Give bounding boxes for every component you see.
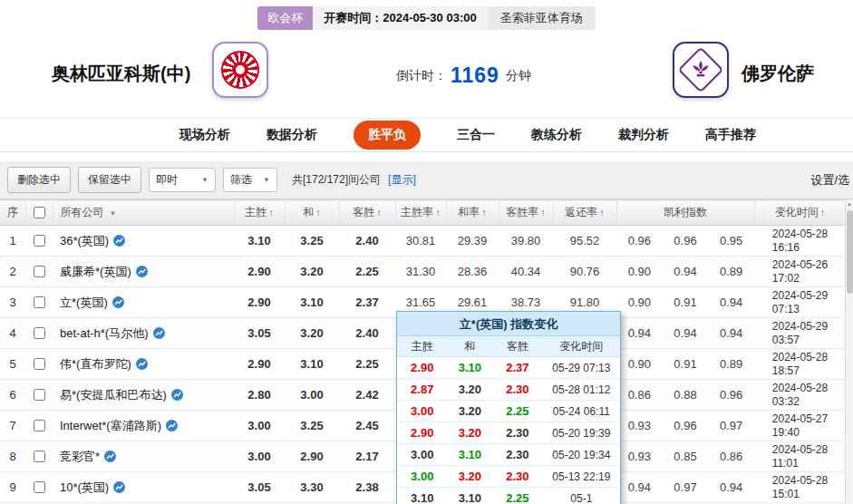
company-filter-arrow-icon[interactable]: ▼ (110, 209, 117, 218)
filter-dropdown[interactable]: 筛选 ▼ (223, 168, 277, 192)
sort-up-icon: ↑ (599, 207, 605, 218)
col-header-draw[interactable]: 和↑ (285, 200, 339, 226)
company-name-link[interactable]: 10*(英国) (60, 480, 109, 494)
delete-selected-button[interactable]: 删除选中 (7, 167, 71, 193)
sort-up-icon: ↑ (315, 207, 321, 218)
popup-draw-odds: 3.10 (448, 488, 493, 504)
away-team-name: 佛罗伦萨 (742, 62, 814, 86)
sort-up-icon: ↑ (435, 207, 441, 218)
col-header-kelly[interactable]: 凯利指数 (616, 200, 754, 226)
popup-change-time: 05-20 19:34 (543, 444, 620, 465)
settings-link[interactable]: 设置/选 (810, 172, 849, 189)
company-name-link[interactable]: 易*(安提瓜和巴布达) (60, 388, 167, 402)
col-header-index[interactable]: 序 (0, 200, 25, 226)
row-index: 3 (0, 287, 25, 318)
tab-win-draw-lose[interactable]: 胜平负 (354, 121, 421, 150)
popup-home-odds: 2.90 (397, 357, 448, 378)
kelly-cell: 0.940.970.94 (616, 472, 754, 503)
col-header-home[interactable]: 主胜↑ (234, 200, 285, 226)
change-time: 2024-05-2803:32 (772, 382, 828, 409)
company-trend-icon[interactable] (113, 481, 125, 493)
kickoff-label: 开赛时间： (324, 11, 383, 24)
row-checkbox[interactable] (34, 235, 45, 247)
kelly-home: 0.93 (616, 450, 663, 463)
company-name-link[interactable]: 威廉希*(英国) (60, 265, 131, 278)
popup-away-odds: 2.25 (492, 401, 543, 422)
popup-body: 2.903.102.3705-29 07:132.873.202.3005-28… (397, 357, 620, 504)
row-select-cell (25, 287, 53, 318)
tab-expert-picks[interactable]: 高手推荐 (705, 127, 756, 143)
tab-three-in-one[interactable]: 三合一 (457, 127, 495, 143)
company-trend-icon[interactable] (136, 358, 148, 370)
company-trend-icon[interactable] (136, 266, 148, 277)
change-time: 2024-05-2811:01 (772, 443, 828, 470)
company-name-link[interactable]: 36*(英国) (60, 234, 109, 247)
row-checkbox[interactable] (34, 389, 45, 401)
company-name-link[interactable]: 竞彩官* (60, 450, 100, 463)
company-trend-icon[interactable] (153, 327, 165, 339)
fiorentina-crest-icon (678, 47, 724, 93)
change-time-cell: 2024-05-2903:57 (754, 318, 846, 349)
tab-live-analysis[interactable]: 现场分析 (179, 127, 230, 143)
row-checkbox[interactable] (34, 481, 45, 493)
vertical-scrollbar[interactable]: ▲ (845, 199, 853, 504)
col-header-draw-rate[interactable]: 和率↑ (446, 200, 499, 226)
row-index: 8 (0, 441, 25, 472)
main-nav: 现场分析 数据分析 胜平负 三合一 教练分析 裁判分析 高手推荐 (0, 118, 853, 152)
col-header-company[interactable]: 所有公司▼ (53, 200, 234, 226)
row-checkbox[interactable] (34, 420, 45, 431)
row-checkbox[interactable] (34, 358, 45, 370)
col-header-home-rate[interactable]: 主胜率↑ (395, 200, 446, 226)
popup-col-time: 变化时间 (543, 336, 620, 356)
home-win-odds: 2.90 (234, 287, 285, 318)
odds-mode-dropdown[interactable]: 即时 ▼ (149, 168, 216, 192)
row-checkbox[interactable] (34, 327, 45, 339)
company-trend-icon[interactable] (171, 389, 183, 401)
row-index: 5 (0, 349, 25, 380)
sort-up-icon: ↑ (268, 207, 274, 218)
kelly-draw: 0.91 (663, 357, 709, 371)
tab-referee-analysis[interactable]: 裁判分析 (618, 127, 669, 143)
change-time: 2024-05-2816:16 (772, 228, 828, 255)
company-trend-icon[interactable] (166, 420, 178, 431)
row-checkbox[interactable] (34, 451, 45, 462)
kelly-away: 0.86 (708, 450, 754, 463)
popup-odds-row: 3.003.202.2505-24 06:11 (397, 401, 620, 422)
company-name-link[interactable]: 立*(英国) (60, 296, 108, 309)
kelly-cell: 0.940.940.94 (616, 318, 754, 349)
company-name-link[interactable]: Interwet*(塞浦路斯) (60, 419, 161, 432)
company-trend-icon[interactable] (104, 451, 116, 462)
company-cell: Interwet*(塞浦路斯) (53, 411, 234, 441)
popup-col-draw: 和 (448, 336, 493, 356)
kelly-draw: 0.94 (663, 265, 709, 278)
away-win-odds: 2.40 (339, 226, 395, 257)
tab-coach-analysis[interactable]: 教练分析 (531, 127, 582, 143)
row-index: 4 (0, 318, 25, 349)
return-rate: 90.76 (553, 257, 616, 287)
scrollbar-thumb[interactable] (847, 210, 853, 294)
popup-draw-odds: 3.10 (448, 357, 493, 378)
row-checkbox[interactable] (34, 296, 45, 308)
change-time-cell: 2024-05-2907:13 (754, 287, 846, 318)
kelly-away: 0.96 (708, 388, 754, 402)
company-name-link[interactable]: bet-at-h*(马尔他) (60, 326, 149, 340)
popup-away-odds: 2.30 (492, 444, 543, 465)
popup-odds-row: 3.003.102.3005-20 19:34 (397, 444, 620, 466)
scroll-up-icon[interactable]: ▲ (846, 199, 853, 208)
col-header-change-time[interactable]: 变化时间↑ (754, 200, 846, 226)
kelly-home: 0.90 (616, 265, 663, 278)
col-header-return-rate[interactable]: 返还率↑ (553, 200, 616, 226)
olympiacos-crest-icon (221, 51, 259, 89)
select-all-checkbox[interactable] (34, 207, 45, 218)
draw-odds: 3.25 (285, 411, 339, 441)
company-trend-icon[interactable] (113, 235, 125, 247)
tab-data-analysis[interactable]: 数据分析 (267, 127, 317, 143)
company-name-link[interactable]: 伟*(直布罗陀) (60, 357, 131, 371)
company-trend-icon[interactable] (112, 296, 124, 308)
keep-selected-button[interactable]: 保留选中 (78, 167, 141, 193)
popup-draw-odds: 3.10 (448, 444, 493, 465)
col-header-away[interactable]: 客胜↑ (339, 200, 395, 226)
row-checkbox[interactable] (34, 266, 45, 277)
col-header-away-rate[interactable]: 客胜率↑ (499, 200, 553, 226)
show-link[interactable]: [显示] (388, 172, 416, 188)
